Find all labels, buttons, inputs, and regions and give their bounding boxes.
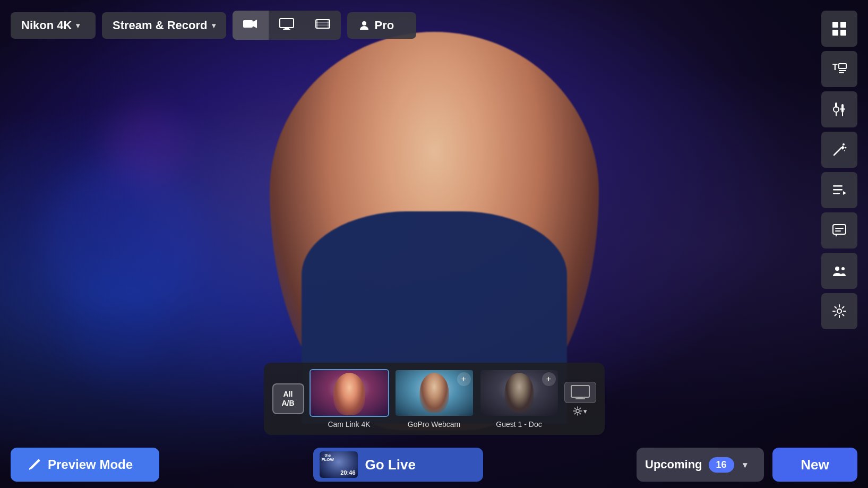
title-card-button[interactable]: T	[821, 51, 857, 87]
guest1-add-button[interactable]: +	[542, 372, 556, 386]
upcoming-chevron-icon: ▾	[743, 460, 747, 470]
grid-icon	[831, 21, 847, 37]
settings-button[interactable]	[821, 293, 857, 329]
new-button[interactable]: New	[772, 448, 857, 482]
audio-mixer-button[interactable]	[821, 91, 857, 127]
svg-rect-2	[280, 19, 294, 28]
svg-point-27	[843, 143, 845, 145]
cam-link-label: Cam Link 4K	[328, 420, 370, 429]
svg-rect-16	[839, 64, 846, 69]
cam-link-thumbnail	[310, 369, 389, 417]
gear-small-icon	[573, 406, 582, 416]
go-live-thumbnail: theFLOW	[320, 451, 358, 478]
source-settings-panel: ▾	[564, 382, 596, 416]
upcoming-count-badge: 16	[709, 457, 734, 473]
svg-point-29	[844, 150, 845, 151]
top-toolbar: Nikon 4K ▾ Stream & Record ▾	[11, 11, 857, 40]
svg-marker-35	[835, 234, 837, 237]
playlist-button[interactable]	[821, 172, 857, 208]
gopro-thumbnail: +	[394, 369, 474, 417]
svg-rect-23	[840, 108, 845, 110]
svg-rect-0	[243, 20, 253, 28]
gopro-add-button[interactable]: +	[457, 372, 471, 386]
svg-rect-7	[328, 20, 330, 28]
pencil-icon	[28, 458, 41, 472]
svg-rect-36	[835, 228, 844, 229]
guest1-thumbnail: +	[479, 369, 559, 417]
svg-rect-31	[833, 189, 843, 191]
svg-marker-1	[253, 20, 257, 28]
all-ab-button[interactable]: All A/B	[272, 383, 304, 414]
audio-mix-icon	[832, 102, 847, 117]
source-cam-link[interactable]: Cam Link 4K	[310, 369, 389, 429]
guest1-label: Guest 1 - Doc	[496, 420, 542, 429]
svg-line-25	[834, 148, 841, 155]
svg-rect-12	[840, 22, 846, 28]
magic-button[interactable]	[821, 132, 857, 168]
svg-rect-18	[839, 72, 844, 73]
camera-select-button[interactable]: Nikon 4K ▾	[11, 12, 96, 39]
right-sidebar: T	[821, 11, 857, 329]
upcoming-button[interactable]: Upcoming 16 ▾	[637, 448, 764, 482]
mode-label: Stream & Record	[113, 19, 208, 32]
svg-rect-30	[833, 185, 843, 187]
source-gopro[interactable]: + GoPro Webcam	[394, 369, 474, 429]
view-mode-selector	[233, 11, 341, 40]
monitor-icon-button[interactable]	[564, 382, 596, 403]
svg-text:T: T	[832, 63, 838, 72]
magic-wand-icon	[832, 142, 847, 157]
source-guest1[interactable]: + Guest 1 - Doc	[479, 369, 559, 429]
preview-mode-button[interactable]: Preview Mode	[11, 448, 159, 482]
svg-point-40	[837, 309, 841, 313]
chat-icon	[832, 223, 847, 238]
title-card-icon: T	[831, 62, 847, 76]
svg-rect-6	[316, 20, 318, 28]
grid-button[interactable]	[821, 11, 857, 47]
svg-rect-11	[832, 22, 838, 28]
film-view-button[interactable]	[305, 11, 341, 40]
svg-rect-43	[575, 398, 585, 399]
svg-rect-17	[839, 70, 846, 71]
guests-button[interactable]	[821, 253, 857, 289]
svg-rect-4	[283, 29, 290, 30]
source-strip: All A/B Cam Link 4K + GoPro Webcam +	[264, 363, 605, 435]
monitor-view-button[interactable]	[269, 11, 305, 40]
new-label: New	[801, 457, 829, 473]
mode-chevron-icon: ▾	[212, 21, 216, 30]
svg-rect-9	[316, 25, 330, 26]
svg-rect-42	[578, 397, 583, 398]
camera-view-button[interactable]	[233, 11, 269, 40]
svg-rect-37	[835, 230, 841, 232]
source-settings-button[interactable]: ▾	[573, 406, 587, 416]
pro-plan-button[interactable]: Pro	[347, 12, 416, 39]
bottom-bar: Preview Mode theFLOW Go Live Upcoming 16…	[0, 441, 868, 488]
svg-marker-26	[841, 145, 845, 150]
go-live-button[interactable]: theFLOW Go Live	[313, 448, 483, 482]
settings-icon	[832, 304, 847, 319]
camera-label: Nikon 4K	[21, 19, 72, 32]
chat-button[interactable]	[821, 212, 857, 249]
svg-point-38	[835, 267, 839, 271]
gopro-label: GoPro Webcam	[408, 420, 460, 429]
svg-rect-3	[285, 28, 289, 29]
svg-rect-13	[832, 30, 838, 36]
pro-label: Pro	[375, 19, 394, 32]
svg-rect-41	[571, 386, 589, 397]
stream-record-mode-button[interactable]: Stream & Record ▾	[102, 12, 226, 39]
svg-point-44	[576, 409, 579, 413]
svg-rect-14	[840, 30, 846, 36]
person-icon	[358, 19, 371, 32]
svg-point-10	[362, 21, 366, 25]
svg-rect-8	[316, 22, 330, 23]
svg-rect-20	[835, 102, 837, 108]
upcoming-label: Upcoming	[645, 458, 702, 472]
svg-rect-32	[833, 193, 840, 194]
guests-icon	[832, 263, 847, 278]
camera-chevron-icon: ▾	[76, 21, 80, 30]
settings-dropdown-chevron: ▾	[583, 407, 587, 415]
playlist-icon	[832, 183, 847, 198]
go-live-label: Go Live	[365, 457, 416, 473]
go-live-logo: theFLOW	[322, 453, 334, 462]
svg-point-39	[841, 267, 845, 270]
svg-rect-34	[833, 225, 846, 234]
